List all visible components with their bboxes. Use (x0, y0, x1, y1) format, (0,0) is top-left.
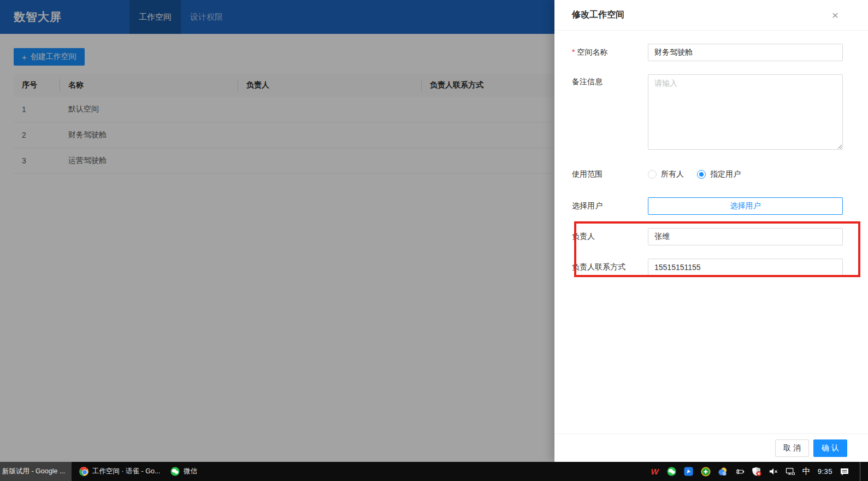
required-asterisk: * (572, 48, 575, 56)
taskbar-item-chrome-1[interactable]: 新版试用 - Google ... (0, 462, 72, 481)
confirm-button[interactable]: 确 认 (813, 439, 847, 457)
wechat-icon[interactable] (667, 467, 677, 477)
wechat-icon (170, 467, 180, 477)
network-icon[interactable] (786, 467, 795, 477)
radio-everyone-label: 所有人 (661, 169, 684, 179)
blue-app-icon[interactable] (684, 467, 694, 477)
close-icon[interactable]: × (828, 8, 843, 23)
radio-specified-users-label: 指定用户 (710, 169, 741, 179)
ime-language-indicator[interactable]: 中 (802, 466, 811, 477)
drawer-footer: 取 消 确 认 (554, 433, 868, 462)
wps-icon[interactable]: W (650, 467, 660, 477)
select-user-button[interactable]: 选择用户 (648, 197, 843, 215)
remark-textarea[interactable] (648, 74, 843, 150)
defender-alert-icon[interactable] (752, 467, 761, 477)
taskbar-clock[interactable]: 9:35 (818, 467, 832, 476)
radio-specified-users[interactable]: 指定用户 (697, 169, 741, 179)
chrome-icon (79, 467, 88, 476)
owner-label: 负责人 (572, 232, 648, 242)
power-battery-icon[interactable] (735, 467, 745, 477)
owner-input[interactable] (648, 228, 843, 245)
windows-taskbar: 新版试用 - Google ... 工作空间 · 语雀 - Go... 微信 W (0, 462, 868, 481)
system-tray: W 中 (650, 462, 868, 481)
field-remark: 备注信息 (572, 74, 843, 152)
owner-contact-input[interactable] (648, 259, 843, 276)
volume-muted-icon[interactable] (769, 467, 778, 477)
field-space-name: *空间名称 (572, 44, 843, 61)
space-name-input[interactable] (648, 44, 843, 61)
radio-everyone[interactable]: 所有人 (648, 169, 684, 179)
field-select-user: 选择用户 选择用户 (572, 197, 843, 215)
taskbar-item-label: 工作空间 · 语雀 - Go... (92, 467, 160, 476)
green-plus-icon[interactable] (701, 467, 711, 477)
screen: 数智大屏 工作空间 设计权限 + 创建工作空间 序号 名称 负责人 负责人联系方… (0, 0, 868, 481)
show-desktop-button[interactable] (860, 462, 863, 481)
drawer-body: *空间名称 备注信息 使用范围 (554, 31, 868, 433)
drawer-header: 修改工作空间 × (554, 0, 868, 31)
radio-checked-icon (697, 170, 706, 179)
taskbar-item-chrome-2[interactable]: 工作空间 · 语雀 - Go... (74, 462, 165, 481)
scope-label: 使用范围 (572, 169, 648, 179)
cancel-button[interactable]: 取 消 (775, 439, 809, 457)
select-user-label: 选择用户 (572, 201, 648, 211)
field-owner-contact: 负责人联系方式 (572, 259, 843, 276)
field-owner: 负责人 (572, 228, 843, 245)
taskbar-item-wechat[interactable]: 微信 (165, 462, 202, 481)
scope-radio-group: 所有人 指定用户 (648, 168, 843, 180)
browser-viewport: 数智大屏 工作空间 设计权限 + 创建工作空间 序号 名称 负责人 负责人联系方… (0, 0, 868, 462)
remark-label: 备注信息 (572, 74, 648, 87)
owner-contact-label: 负责人联系方式 (572, 262, 648, 272)
edit-workspace-drawer: 修改工作空间 × *空间名称 备注信息 (554, 0, 868, 462)
drawer-title: 修改工作空间 (572, 9, 624, 21)
space-name-label: *空间名称 (572, 48, 648, 57)
field-scope: 使用范围 所有人 指定用户 (572, 168, 843, 180)
action-center-icon[interactable] (840, 467, 849, 477)
chat-bubbles-icon[interactable] (718, 467, 728, 477)
drawer-mask[interactable] (0, 0, 554, 462)
taskbar-item-label: 微信 (184, 467, 197, 476)
taskbar-item-label: 新版试用 - Google ... (2, 467, 65, 476)
radio-unchecked-icon (648, 170, 657, 179)
